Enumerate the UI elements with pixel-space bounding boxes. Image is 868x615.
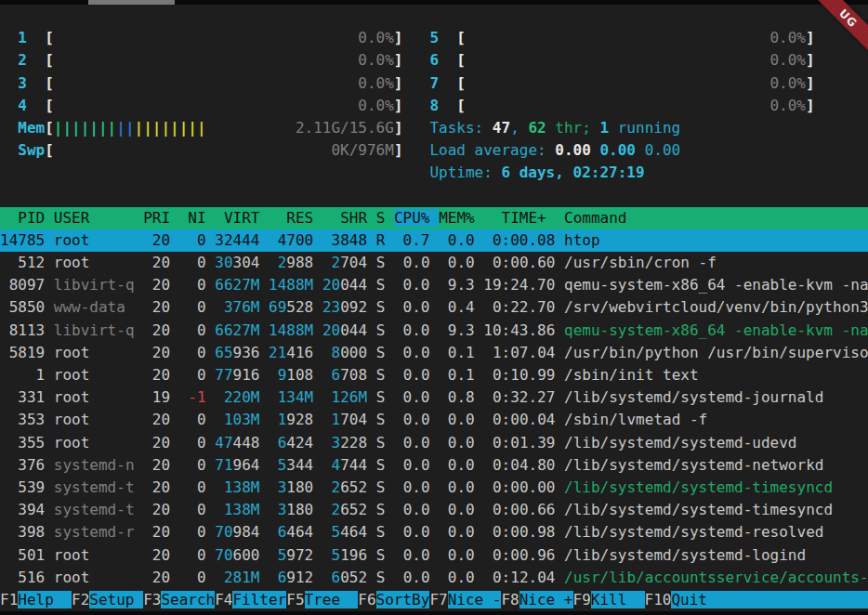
text: [439, 51, 456, 69]
cpu-meter-6: 6 [ 0.0%]: [429, 51, 814, 69]
process-row-539[interactable]: 539 systemd-t 20 0 138M 3180 2652 S 0.0 …: [0, 477, 868, 499]
text: [259, 546, 269, 564]
fnkey-f10-quit[interactable]: F10Quit: [645, 591, 868, 608]
text: [626, 209, 868, 227]
cell-shr-hl: 4: [332, 456, 341, 474]
cell-res-hl: 134M: [278, 388, 314, 406]
process-row-5819[interactable]: 5819 root 20 0 65936 21416 8000 S 0.0 0.…: [0, 342, 868, 364]
fnkey-label: Filter: [232, 591, 286, 608]
text: [322, 456, 332, 474]
process-row-355[interactable]: 355 root 20 0 47448 6424 3228 S 0.0 0.0 …: [0, 432, 868, 454]
meter-close-bracket: ]: [394, 141, 403, 159]
process-row-1[interactable]: 1 root 20 0 77916 9108 6708 S 0.0 0.1 0:…: [0, 364, 868, 386]
text: [385, 569, 394, 586]
column-header-shr[interactable]: SHR: [322, 209, 367, 227]
text: [322, 366, 332, 384]
fnkey-f6-sortby[interactable]: F6SortBy: [358, 591, 429, 608]
column-header-virt[interactable]: VIRT: [215, 209, 259, 227]
cell-virt: 77916: [215, 366, 259, 384]
text: [259, 344, 269, 361]
process-row-512[interactable]: 512 root 20 0 30304 2988 2704 S 0.0 0.0 …: [0, 252, 868, 274]
meter-close-bracket: ]: [806, 74, 815, 92]
column-header-res[interactable]: RES: [269, 209, 313, 227]
text: [45, 569, 54, 586]
fnkey-f4-filter[interactable]: F4Filter: [215, 591, 286, 608]
cell-virt: 376M: [215, 298, 259, 316]
text: [269, 388, 278, 406]
process-row-376[interactable]: 376 systemd-n 20 0 71964 5344 4744 S 0.0…: [0, 454, 868, 477]
process-row-398[interactable]: 398 systemd-r 20 0 70984 6464 5464 S 0.0…: [0, 521, 868, 543]
fnkey-f7-nice-minus[interactable]: F7Nice -: [429, 591, 501, 608]
cell-time: 0:12.04: [483, 569, 555, 586]
top-bar-thumb: [88, 0, 175, 5]
cell-shr: 2704: [322, 254, 367, 271]
cell-pri: 20: [143, 434, 170, 451]
process-row-516[interactable]: 516 root 20 0 281M 6912 6052 S 0.0 0.0 0…: [0, 567, 868, 589]
process-row-5850[interactable]: 5850 www-data 20 0 376M 69528 23092 S 0.…: [0, 296, 868, 319]
cell-res-hl: 6: [278, 523, 287, 541]
top-window-strip: [0, 0, 868, 5]
process-row-14785[interactable]: 14785 root 20 0 32444 4700 3848 R 0.7 0.…: [0, 229, 868, 252]
fnkey-f8-nice-plus[interactable]: F8Nice +: [501, 591, 572, 608]
cell-shr: 2652: [322, 501, 367, 518]
process-row-8097[interactable]: 8097 libvirt-q 20 0 6627M 1488M 20044 S …: [0, 274, 868, 296]
cell-user: root: [54, 569, 135, 586]
text: [206, 276, 216, 294]
fnkey-f9-kill[interactable]: F9Kill: [573, 591, 645, 608]
cell-virt: 47448: [215, 434, 259, 451]
text: [322, 254, 332, 271]
cell-res: 134M: [269, 388, 313, 406]
cell-pid: 8097: [0, 276, 45, 294]
load-1min: 0.00: [555, 141, 591, 159]
process-row-394[interactable]: 394 systemd-t 20 0 138M 3180 2652 S 0.0 …: [0, 499, 868, 521]
memory-tasks-row: Mem[||||||||||||||||| 2.11G/15.6G] Tasks…: [0, 117, 868, 139]
text: [206, 569, 216, 586]
cpu-meter-label: 3: [18, 74, 27, 92]
cell-shr: 3228: [322, 434, 367, 451]
column-header-command[interactable]: Command: [564, 209, 626, 227]
process-row-8113[interactable]: 8113 libvirt-q 20 0 6627M 1488M 20044 S …: [0, 320, 868, 342]
cell-pid: 355: [0, 434, 45, 451]
process-row-501[interactable]: 501 root 20 0 70600 5972 5196 S 0.0 0.0 …: [0, 544, 868, 567]
text: [322, 546, 332, 564]
cell-command: /lib/systemd/systemd-timesyncd: [564, 478, 833, 496]
cell-virt-hl: 103M: [224, 411, 260, 428]
column-header-user[interactable]: USER: [54, 209, 135, 227]
text: [45, 366, 54, 384]
column-header-cpu[interactable]: CPU%: [394, 209, 439, 227]
fnkey-f1-help[interactable]: F1Help: [0, 591, 72, 608]
cell-state: S: [376, 456, 386, 474]
cell-res: 1488M: [269, 321, 313, 339]
fnkey-f5-tree[interactable]: F5Tree: [286, 591, 358, 608]
text: [313, 344, 322, 361]
column-header-ni[interactable]: NI: [179, 209, 206, 227]
column-header-pri[interactable]: PRI: [143, 209, 170, 227]
text: [259, 366, 269, 384]
cell-virt-rest: 936: [233, 344, 260, 361]
text: [555, 344, 564, 361]
text: [475, 434, 484, 451]
cpu-meter-1: 1 [ 0.0%]: [0, 29, 403, 46]
text: [45, 456, 54, 474]
cell-user: root: [54, 344, 135, 361]
cell-res-hl: 5: [278, 456, 287, 474]
column-header-pid[interactable]: PID: [0, 209, 45, 227]
text: [45, 254, 54, 271]
column-header-state[interactable]: S: [376, 209, 386, 227]
cell-user: root: [54, 366, 135, 384]
text: [322, 231, 332, 249]
column-header-mem[interactable]: MEM%: [439, 209, 475, 227]
text: [206, 344, 216, 361]
column-header-time[interactable]: TIME+: [502, 209, 546, 227]
text: [206, 254, 216, 271]
process-row-353[interactable]: 353 root 20 0 103M 1928 1704 S 0.0 0.0 0…: [0, 409, 868, 431]
fnkey-f2-setup[interactable]: F2Setup: [72, 591, 143, 608]
fnkey-f3-search[interactable]: F3Search: [143, 591, 215, 608]
text: [475, 411, 484, 428]
text: [430, 411, 440, 428]
text: [546, 209, 564, 227]
text: [430, 254, 440, 271]
cell-virt-hl: 47: [215, 434, 232, 451]
process-row-331[interactable]: 331 root 19 -1 220M 134M 126M S 0.0 0.8 …: [0, 386, 868, 409]
fnkey-key: F5: [286, 591, 304, 608]
